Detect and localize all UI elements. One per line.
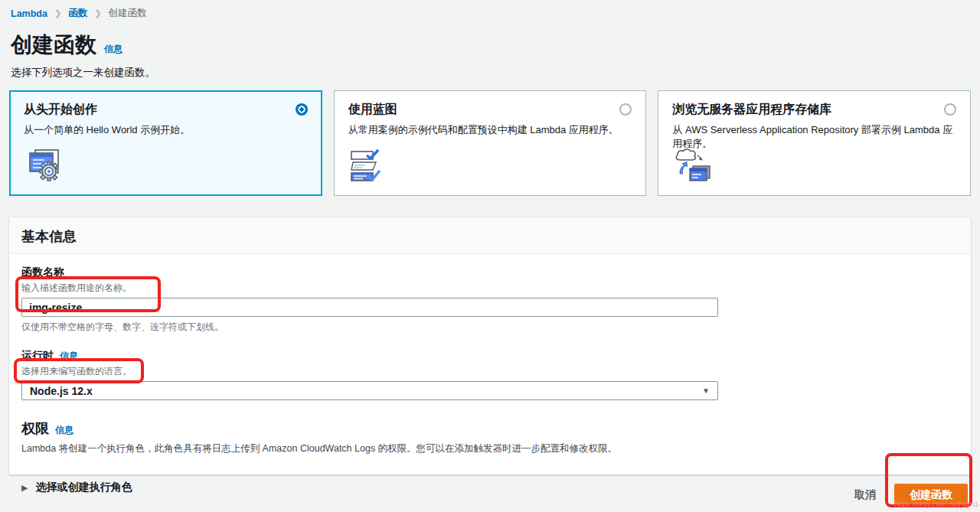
chevron-right-icon: ❯ xyxy=(94,8,101,18)
runtime-select[interactable]: Node.js 12.x ▼ xyxy=(21,381,718,400)
breadcrumb-lambda[interactable]: Lambda xyxy=(11,8,47,19)
page-title: 创建函数 xyxy=(11,31,96,60)
runtime-help: 选择用来编写函数的语言。 xyxy=(21,365,959,378)
card-use-blueprint[interactable]: 使用蓝图 从常用案例的示例代码和配置预设中构建 Lambda 应用程序。 xyxy=(334,90,647,196)
function-name-help: 输入描述函数用途的名称。 xyxy=(21,282,959,295)
card-description: 从 AWS Serverless Application Repository … xyxy=(672,123,956,150)
runtime-field: 运行时 信息 选择用来编写函数的语言。 Node.js 12.x ▼ xyxy=(21,349,959,400)
footer-actions: 取消 创建函数 xyxy=(0,484,968,506)
page-subtitle: 选择下列选项之一来创建函数。 xyxy=(11,66,155,80)
card-description: 从常用案例的示例代码和配置预设中构建 Lambda 应用程序。 xyxy=(348,123,632,137)
breadcrumb-functions[interactable]: 函数 xyxy=(68,7,87,20)
creation-option-cards: 从头开始创作 从一个简单的 Hello World 示例开始。 xyxy=(9,90,971,196)
cancel-button[interactable]: 取消 xyxy=(854,488,876,502)
radio-unselected-icon[interactable] xyxy=(619,103,632,116)
blueprint-checklist-icon xyxy=(350,149,387,186)
runtime-label: 运行时 xyxy=(21,349,54,363)
chevron-right-icon: ❯ xyxy=(54,8,61,18)
card-title: 从头开始创作 xyxy=(24,102,97,118)
function-name-label: 函数名称 xyxy=(21,266,959,279)
card-title: 浏览无服务器应用程序存储库 xyxy=(672,102,831,118)
function-name-input[interactable] xyxy=(21,298,718,317)
function-name-field: 函数名称 输入描述函数用途的名称。 仅使用不带空格的字母、数字、连字符或下划线。 xyxy=(21,266,959,334)
permissions-section: 权限 信息 Lambda 将创建一个执行角色，此角色具有将日志上传到 Amazo… xyxy=(21,419,959,455)
card-title: 使用蓝图 xyxy=(348,102,397,118)
permissions-label: 权限 xyxy=(21,419,49,438)
watermark-text: https://blog.csdn.net/wjm1-3 xyxy=(894,500,980,508)
runtime-selected-value: Node.js 12.x xyxy=(30,385,93,397)
card-description: 从一个简单的 Hello World 示例开始。 xyxy=(24,123,308,137)
radio-selected-icon[interactable] xyxy=(296,103,308,116)
cloud-deploy-icon xyxy=(674,148,714,186)
card-browse-serverless-repo[interactable]: 浏览无服务器应用程序存储库 从 AWS Serverless Applicati… xyxy=(658,90,971,196)
page-header: 创建函数 信息 xyxy=(11,31,122,60)
radio-unselected-icon[interactable] xyxy=(944,103,956,116)
panel-title: 基本信息 xyxy=(21,229,77,244)
title-info-link[interactable]: 信息 xyxy=(104,43,122,56)
code-window-gear-icon xyxy=(26,145,63,185)
runtime-info-link[interactable]: 信息 xyxy=(60,350,78,363)
permissions-info-link[interactable]: 信息 xyxy=(55,424,74,437)
permissions-description: Lambda 将创建一个执行角色，此角色具有将日志上传到 Amazon Clou… xyxy=(21,442,959,455)
function-name-constraint: 仅使用不带空格的字母、数字、连字符或下划线。 xyxy=(21,321,959,334)
card-author-from-scratch[interactable]: 从头开始创作 从一个简单的 Hello World 示例开始。 xyxy=(9,90,322,196)
panel-header: 基本信息 xyxy=(9,217,971,254)
basic-info-panel: 基本信息 函数名称 输入描述函数用途的名称。 仅使用不带空格的字母、数字、连字符… xyxy=(9,217,971,474)
breadcrumb: Lambda ❯ 函数 ❯ 创建函数 xyxy=(11,7,146,20)
breadcrumb-current: 创建函数 xyxy=(108,7,146,20)
chevron-down-icon: ▼ xyxy=(702,386,710,395)
